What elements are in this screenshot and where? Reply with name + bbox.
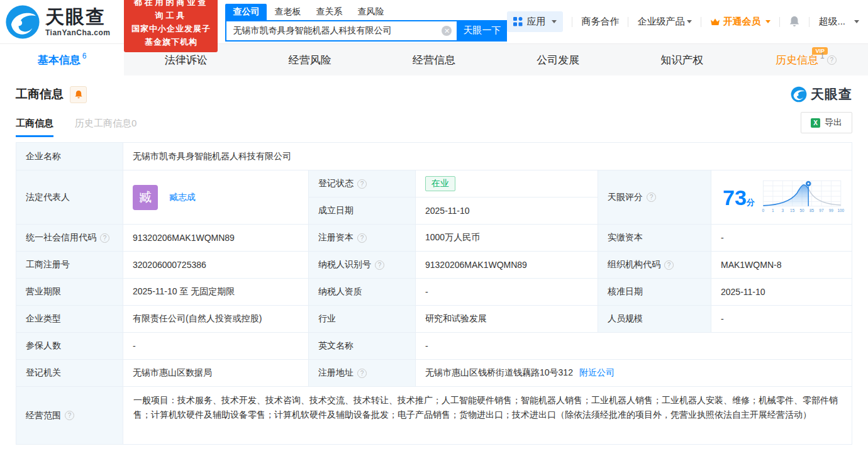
tab-operation-risk[interactable]: 经营风险 — [248, 44, 372, 75]
search-tab-relation[interactable]: 查关系 — [308, 4, 350, 20]
tab-basic-info[interactable]: 基本信息 6 — [0, 44, 124, 75]
reg-no-value: 320206000725386 — [123, 252, 309, 279]
divider — [779, 17, 780, 27]
excel-icon — [811, 118, 820, 128]
nav-user-menu[interactable]: 超级... — [818, 16, 859, 28]
divider — [628, 17, 628, 27]
help-icon[interactable] — [375, 260, 384, 270]
tab-intellectual-property[interactable]: 知识产权 — [620, 44, 744, 75]
tab-history-info[interactable]: VIP 历史信息 1 — [744, 44, 868, 75]
search-input[interactable] — [225, 20, 457, 42]
paid-capital-text: - — [721, 233, 724, 243]
nearby-companies-link[interactable]: 附近公司 — [579, 367, 615, 379]
score-distribution-chart: 0 1 3 15 50 85 97 99 100 — [759, 177, 845, 218]
insured-label: 参保人数 — [26, 340, 61, 352]
search-tab-boss[interactable]: 查老板 — [267, 4, 308, 20]
en-name-value: - — [416, 333, 852, 360]
tianyancha-logo[interactable]: 天眼查 TianYanCha.com — [5, 4, 110, 40]
help-icon[interactable] — [647, 192, 656, 202]
score-axis-ticks: 0 1 3 15 50 85 97 99 100 — [762, 208, 844, 213]
clear-search-icon[interactable] — [442, 26, 452, 36]
reg-status-label: 登记状态 — [318, 178, 353, 189]
term-label: 营业期限 — [26, 286, 61, 298]
legal-rep-label: 法定代表人 — [26, 192, 70, 203]
tab-legal-label: 法律诉讼 — [165, 53, 208, 67]
reg-authority-text: 无锡市惠山区数据局 — [133, 367, 212, 379]
help-icon[interactable] — [664, 260, 674, 270]
tab-legal[interactable]: 法律诉讼 — [124, 44, 248, 75]
insured-value: - — [123, 333, 309, 360]
search-tab-risk[interactable]: 查风险 — [350, 4, 391, 20]
establish-date-text: 2025-11-10 — [425, 206, 470, 216]
field-label: 参保人数 — [16, 333, 123, 360]
status-badge: 在业 — [425, 176, 455, 191]
tianyancha-logo-icon — [5, 4, 40, 40]
notification-bell-icon[interactable] — [789, 16, 800, 28]
nav-open-vip[interactable]: 开通会员 — [710, 16, 771, 28]
company-section-tabs: 基本信息 6 法律诉讼 经营风险 经营信息 公司发展 知识产权 VIP 历史信息… — [0, 44, 868, 75]
help-icon[interactable] — [357, 233, 367, 243]
svg-text:50: 50 — [799, 208, 804, 213]
legal-rep-cell: 臧 臧志成 — [123, 170, 309, 225]
brand-domain: TianYanCha.com — [45, 29, 110, 36]
address-text: 无锡市惠山区钱桥街道钱藕路10号312 — [425, 367, 573, 379]
en-name-text: - — [425, 341, 428, 351]
staff-size-text: - — [721, 314, 724, 324]
legal-rep-avatar[interactable]: 臧 — [133, 185, 158, 210]
field-label: 营业期限 — [16, 279, 123, 306]
brand-name: 天眼查 — [45, 8, 110, 26]
nav-enterprise[interactable]: 企业级产品 — [637, 16, 692, 28]
tab-basic-info-label: 基本信息 — [38, 53, 81, 67]
term-value: 2025-11-10 至 无固定期限 — [123, 279, 309, 306]
field-label: 注册资本 — [309, 225, 416, 252]
export-button[interactable]: 导出 — [801, 112, 852, 133]
legal-rep-link[interactable]: 臧志成 — [169, 192, 196, 203]
industry-text: 研究和试验发展 — [425, 313, 487, 325]
field-label: 经营范围 — [16, 387, 123, 445]
paid-capital-value: - — [711, 225, 852, 252]
nav-apps[interactable]: 应用 — [507, 11, 563, 32]
nav-cooperation[interactable]: 商务合作 — [581, 16, 619, 28]
svg-text:97: 97 — [819, 208, 824, 213]
field-label: 纳税人资质 — [309, 279, 416, 306]
tianyancha-logo-icon — [791, 86, 807, 103]
taxpayer-id-value: 91320206MAK1WQMN89 — [416, 252, 598, 279]
subtab-business-info[interactable]: 工商信息 — [16, 118, 53, 137]
field-label: 注册地址 — [309, 360, 416, 387]
field-label: 核准日期 — [598, 279, 711, 306]
header-nav: 应用 商务合作 企业级产品 开通会员 — [507, 11, 859, 32]
nav-open-vip-label: 开通会员 — [723, 16, 760, 28]
reg-capital-text: 1000万人民币 — [425, 232, 480, 243]
svg-text:85: 85 — [810, 208, 815, 213]
taxpayer-id-label: 纳税人识别号 — [318, 259, 371, 270]
help-icon[interactable] — [357, 179, 367, 189]
export-button-label: 导出 — [825, 117, 842, 128]
taxpayer-qual-text: - — [425, 287, 428, 297]
company-name-value: 无锡市凯奇具身智能机器人科技有限公司 — [123, 143, 852, 170]
search-tab-company[interactable]: 查公司 — [225, 4, 267, 20]
subtab-history-business-info[interactable]: 历史工商信息0 — [75, 118, 136, 137]
term-text: 2025-11-10 至 无固定期限 — [133, 286, 235, 298]
tab-company-development-label: 公司发展 — [537, 53, 579, 67]
help-icon[interactable] — [357, 369, 367, 378]
help-icon[interactable] — [100, 233, 109, 243]
scope-label: 经营范围 — [26, 410, 61, 421]
search-button[interactable]: 天眼一下 — [457, 20, 507, 42]
field-label: 天眼评分 — [598, 170, 711, 225]
tab-company-development[interactable]: 公司发展 — [496, 44, 620, 75]
score-value: 73 — [723, 186, 747, 209]
search-area: 查公司 查老板 查关系 查风险 天眼一下 — [225, 3, 507, 42]
score-cell: 73分 — [711, 170, 852, 225]
field-label: 实缴资本 — [598, 225, 711, 252]
chevron-down-icon — [687, 20, 692, 23]
reg-authority-value: 无锡市惠山区数据局 — [123, 360, 309, 387]
help-icon[interactable] — [827, 55, 837, 65]
section-watermark-logo: 天眼查 — [791, 86, 852, 103]
help-icon[interactable] — [65, 411, 74, 420]
tab-operation-info[interactable]: 经营信息 — [372, 44, 496, 75]
monitor-bell-button[interactable] — [70, 86, 87, 103]
divider — [809, 17, 810, 27]
nav-cooperation-label: 商务合作 — [581, 16, 619, 28]
field-label: 行业 — [309, 306, 416, 333]
reg-capital-label: 注册资本 — [318, 232, 353, 243]
